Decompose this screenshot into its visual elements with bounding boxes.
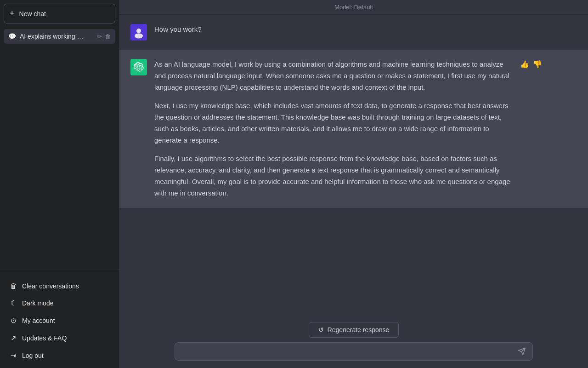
chat-item-actions: ✏ 🗑 [97,33,111,40]
chat-input[interactable] [181,348,513,356]
logout-label: Log out [22,352,44,359]
trash-icon: 🗑 [9,282,17,290]
edit-icon[interactable]: ✏ [97,33,102,40]
sidebar-divider [0,270,119,270]
clear-conversations-label: Clear conversations [22,282,79,290]
user-message-text: How you work? [154,24,513,35]
regenerate-icon: ↺ [318,326,324,334]
dark-mode-button[interactable]: ☾ Dark mode [4,294,115,312]
send-icon [518,347,526,356]
chat-history-item[interactable]: 💬 AI explains working: AI ✏ 🗑 [4,29,115,44]
main-content: Model: Default How you work? As [119,0,588,368]
bottom-area: ↺ Regenerate response [119,316,588,368]
delete-icon[interactable]: 🗑 [105,33,111,40]
model-bar: Model: Default [119,0,588,15]
thumbs-down-icon[interactable]: 👎 [533,60,542,69]
logout-icon: ⇥ [9,351,17,360]
assistant-paragraph-1: As an AI language model, I work by using… [154,59,513,93]
message-feedback-actions: 👍 👎 [520,59,542,69]
my-account-label: My account [22,317,55,324]
external-link-icon: ↗ [9,334,17,342]
updates-faq-button[interactable]: ↗ Updates & FAQ [4,329,115,347]
chat-icon: 💬 [8,33,16,40]
chat-item-label: AI explains working: AI [20,33,84,40]
my-account-button[interactable]: ⊙ My account [4,312,115,329]
assistant-message-row: As an AI language model, I work by using… [119,50,588,208]
assistant-message-content: As an AI language model, I work by using… [154,59,513,199]
new-chat-button[interactable]: + New chat [4,4,115,23]
model-label: Model: Default [334,4,373,11]
clear-conversations-button[interactable]: 🗑 Clear conversations [4,277,115,294]
chat-input-container [175,342,533,361]
user-message-content: How you work? [154,24,513,35]
regenerate-response-button[interactable]: ↺ Regenerate response [309,322,399,338]
svg-point-1 [135,34,143,39]
new-chat-label: New chat [19,10,46,17]
sidebar: + New chat 💬 AI explains working: AI ✏ 🗑… [0,0,119,368]
regenerate-label: Regenerate response [328,326,390,334]
thumbs-up-icon[interactable]: 👍 [520,60,529,69]
assistant-avatar [130,59,147,75]
moon-icon: ☾ [9,299,17,307]
assistant-paragraph-2: Next, I use my knowledge base, which inc… [154,100,513,146]
chat-item-left: 💬 AI explains working: AI [8,33,84,40]
dark-mode-label: Dark mode [22,299,53,307]
sidebar-bottom: 🗑 Clear conversations ☾ Dark mode ⊙ My a… [0,274,119,368]
user-message-row: How you work? [119,15,588,50]
chat-history: 💬 AI explains working: AI ✏ 🗑 [0,27,119,266]
send-button[interactable] [518,347,526,356]
chat-area: How you work? As an AI language model, I… [119,15,588,316]
updates-faq-label: Updates & FAQ [22,334,67,342]
user-avatar [130,24,147,40]
assistant-paragraph-3: Finally, I use algorithms to select the … [154,153,513,199]
svg-point-0 [136,29,141,33]
account-icon: ⊙ [9,316,17,325]
plus-icon: + [10,9,15,18]
logout-button[interactable]: ⇥ Log out [4,347,115,364]
